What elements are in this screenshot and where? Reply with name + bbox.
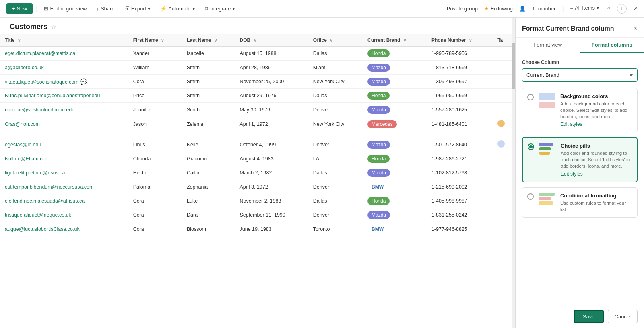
cell-last-name: Smith xyxy=(182,61,235,75)
cell-first-name: Cora xyxy=(128,75,182,89)
cancel-button[interactable]: Cancel xyxy=(608,310,638,323)
cell-office: Toronto xyxy=(308,222,363,236)
cell-brand: Honda xyxy=(363,194,427,208)
cell-title: eget.dictum.placerat@mattis.ca xyxy=(0,47,128,61)
cell-phone xyxy=(427,131,493,137)
more-button[interactable]: ... xyxy=(242,4,252,13)
cell-office: Dallas xyxy=(308,47,363,61)
cell-title: tristique.aliquet@neque.co.uk xyxy=(0,208,128,222)
pills-desc: Add color and rounded styling to each ch… xyxy=(561,150,632,169)
cell-last-name: Dara xyxy=(182,208,235,222)
background-edit-link[interactable]: Edit styles xyxy=(560,121,582,127)
cell-dob: November 25, 2000 xyxy=(235,75,308,89)
toolbar: + New | ⊞ Edit in grid view ↑ Share 🗗 Ex… xyxy=(0,0,644,18)
favorite-icon[interactable]: ☆ xyxy=(51,23,56,31)
cell-first-name: Cora xyxy=(128,208,182,222)
cell-office xyxy=(308,131,363,137)
cell-last-name xyxy=(182,131,235,137)
preview-block-blue xyxy=(539,93,555,100)
new-button[interactable]: + New xyxy=(6,3,33,14)
tab-format-columns[interactable]: Format columns xyxy=(580,38,644,53)
cell-dob: August 15, 1988 xyxy=(235,47,308,61)
edit-grid-button[interactable]: ⊞ Edit in grid view xyxy=(41,4,90,13)
fullscreen-icon[interactable]: ⤢ xyxy=(633,6,638,12)
col-dob[interactable]: DOB ∨ xyxy=(235,34,308,47)
cell-phone: 1-500-572-8640 xyxy=(427,137,493,152)
pill-green xyxy=(539,147,551,150)
info-icon[interactable]: i xyxy=(617,4,627,14)
conditional-title: Conditional formatting xyxy=(560,193,632,199)
table-body: eget.dictum.placerat@mattis.caXanderIsab… xyxy=(0,47,515,236)
automate-button[interactable]: ⚡ Automate ▾ xyxy=(157,4,198,13)
cell-phone: 1-995-789-5956 xyxy=(427,47,493,61)
cell-first-name: Linus xyxy=(128,137,182,152)
data-table: Title ∨ First Name ∨ Last Name ∨ DOB ∨ xyxy=(0,34,515,236)
table-row[interactable]: ligula.elit.pretium@risus.caHectorCailin… xyxy=(0,166,515,180)
col-office[interactable]: Office ∨ xyxy=(308,34,363,47)
col-last-name[interactable]: Last Name ∨ xyxy=(182,34,235,47)
cell-office: Denver xyxy=(308,208,363,222)
table-row[interactable]: Nunc.pulvinar.arcu@conubianostraper.eduP… xyxy=(0,89,515,103)
all-items-button[interactable]: ≡ All Items ▾ xyxy=(570,5,599,12)
table-row[interactable]: vitae.aliquet@sociisnatoque.com💬CoraSmit… xyxy=(0,75,515,89)
sort-icon-first-name: ∨ xyxy=(161,38,164,43)
table-row[interactable]: eget.dictum.placerat@mattis.caXanderIsab… xyxy=(0,47,515,61)
table-row[interactable]: egestas@in.eduLinusNelleOctober 4, 1999D… xyxy=(0,137,515,152)
cell-phone: 1-965-950-6669 xyxy=(427,89,493,103)
table-row[interactable]: Cras@non.comJasonZeleniaApril 1, 1972New… xyxy=(0,117,515,131)
table-row[interactable]: natoque@vestibulumlorem.eduJenniferSmith… xyxy=(0,103,515,117)
format-option-pills[interactable]: Choice pills Add color and rounded styli… xyxy=(522,137,638,182)
all-items-label: All Items xyxy=(575,5,595,11)
col-title[interactable]: Title ∨ xyxy=(0,34,128,47)
radio-background xyxy=(527,94,534,100)
export-button[interactable]: 🗗 Export ▾ xyxy=(121,4,154,13)
col-first-name[interactable]: First Name ∨ xyxy=(128,34,182,47)
share-label: Share xyxy=(101,6,115,12)
cell-title: a@aclibero.co.uk xyxy=(0,61,128,75)
cell-first-name: Cora xyxy=(128,222,182,236)
table-row[interactable]: est.tempor.bibendum@neccursusa.comPaloma… xyxy=(0,180,515,194)
table-row[interactable]: eleifend.nec.malesuada@atrisus.caCoraLuk… xyxy=(0,194,515,208)
table-row[interactable]: Nullam@Etiam.netChandaGiacomoAugust 4, 1… xyxy=(0,152,515,166)
panel-footer: Save Cancel xyxy=(516,305,644,328)
cell-brand: Mazda xyxy=(363,137,427,152)
integrate-label: Integrate xyxy=(210,6,231,12)
save-button[interactable]: Save xyxy=(574,310,604,323)
cell-brand: BMW xyxy=(363,180,427,194)
cell-brand xyxy=(363,131,427,137)
format-option-conditional[interactable]: Conditional formatting Use custom rules … xyxy=(522,187,638,218)
table-row[interactable] xyxy=(0,131,515,137)
all-items-chevron-icon: ▾ xyxy=(597,5,599,11)
cell-phone: 1-831-255-0242 xyxy=(427,208,493,222)
cell-office: LA xyxy=(308,152,363,166)
cell-last-name: Smith xyxy=(182,103,235,117)
pills-title: Choice pills xyxy=(561,143,632,149)
private-group-label: Private group xyxy=(447,6,478,12)
cell-office: New York City xyxy=(308,75,363,89)
pills-edit-link[interactable]: Edit styles xyxy=(561,171,583,177)
background-option-content: Background colors Add a background color… xyxy=(560,93,632,127)
tab-format-view[interactable]: Format view xyxy=(516,38,580,53)
panel-close-button[interactable]: × xyxy=(633,24,638,33)
cell-office: Dallas xyxy=(308,89,363,103)
background-preview xyxy=(539,93,555,108)
following-button[interactable]: ★ Following xyxy=(484,6,513,12)
format-option-background[interactable]: Background colors Add a background color… xyxy=(522,88,638,132)
cell-title: est.tempor.bibendum@neccursusa.com xyxy=(0,180,128,194)
cell-first-name: William xyxy=(128,61,182,75)
filter-icon[interactable]: ⚐ xyxy=(606,6,611,12)
table-row[interactable]: augue@luctuslobortisClase.co.ukCoraBloss… xyxy=(0,222,515,236)
share-button[interactable]: ↑ Share xyxy=(93,4,118,13)
cell-first-name: Chanda xyxy=(128,152,182,166)
cell-dob: April 1, 1972 xyxy=(235,117,308,131)
col-phone[interactable]: Phone Number ∨ xyxy=(427,34,493,47)
table-row[interactable]: tristique.aliquet@neque.co.ukCoraDaraSep… xyxy=(0,208,515,222)
sort-icon-office: ∨ xyxy=(330,38,332,43)
pill-blue xyxy=(539,143,553,146)
table-row[interactable]: a@aclibero.co.ukWilliamSmithApril 28, 19… xyxy=(0,61,515,75)
chat-icon[interactable]: 💬 xyxy=(80,78,87,85)
automate-icon: ⚡ xyxy=(160,6,167,12)
integrate-button[interactable]: ⧉ Integrate ▾ xyxy=(202,4,238,14)
column-select[interactable]: Current Brand xyxy=(522,68,638,82)
col-brand[interactable]: Current Brand ∨ xyxy=(363,34,427,47)
